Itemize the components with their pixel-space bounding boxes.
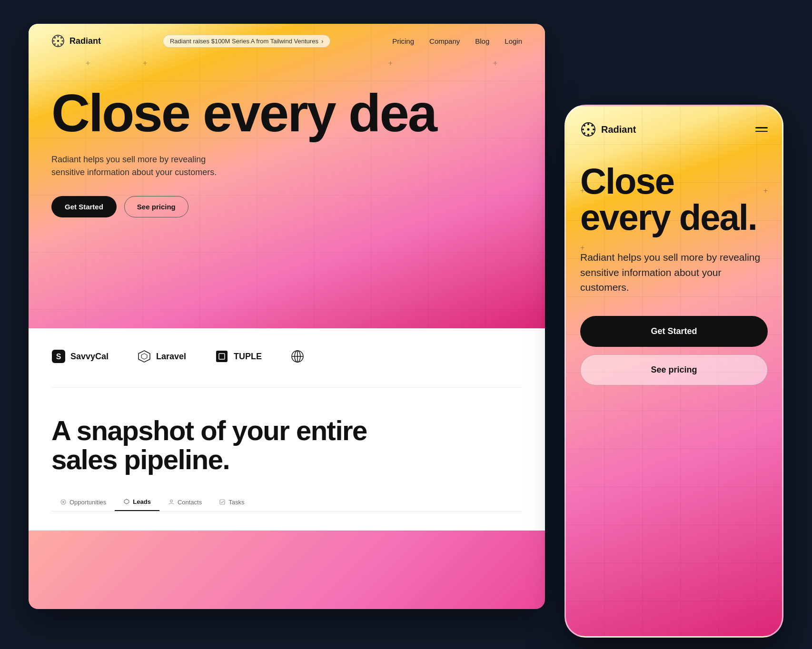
snapshot-headline: A snapshot of your entire sales pipeline… bbox=[51, 416, 522, 474]
nav-login[interactable]: Login bbox=[505, 37, 522, 45]
mobile-hero-headline: Close every deal. bbox=[580, 163, 768, 236]
desktop-hero-buttons: Get Started See pricing bbox=[51, 196, 522, 217]
svg-point-3 bbox=[58, 45, 59, 46]
leads-tab-icon bbox=[123, 498, 130, 505]
desktop-hero-subtitle: Radiant helps you sell more by revealing… bbox=[51, 153, 223, 179]
svg-text:S: S bbox=[56, 353, 61, 361]
nav-announcement-badge[interactable]: Radiant raises $100M Series A from Tailw… bbox=[163, 35, 330, 48]
svg-point-30 bbox=[584, 125, 585, 127]
svg-point-28 bbox=[582, 128, 584, 130]
tab-contacts-label: Contacts bbox=[178, 499, 202, 506]
laravel-icon bbox=[137, 349, 151, 364]
contacts-tab-icon bbox=[168, 499, 175, 505]
svg-point-21 bbox=[62, 501, 64, 503]
svg-point-27 bbox=[587, 134, 589, 136]
menu-bar-1 bbox=[755, 127, 768, 128]
desktop-hero-headline: Close every dea bbox=[51, 87, 522, 140]
mobile-hero-content: Close every deal. Radiant helps you sell… bbox=[566, 149, 782, 404]
svg-point-26 bbox=[587, 123, 589, 125]
mobile-menu-button[interactable] bbox=[755, 127, 768, 132]
svg-rect-14 bbox=[216, 351, 228, 362]
svg-point-9 bbox=[60, 43, 62, 45]
svg-marker-13 bbox=[141, 354, 147, 359]
logo-extra bbox=[290, 349, 305, 364]
mobile-get-started-button[interactable]: Get Started bbox=[580, 316, 768, 347]
tab-leads-label: Leads bbox=[133, 498, 151, 505]
mobile-logo-text: Radiant bbox=[601, 124, 636, 135]
badge-arrow: › bbox=[321, 38, 323, 45]
desktop-window: + + + + + bbox=[29, 24, 545, 609]
desktop-hero-content: Close every dea Radiant helps you sell m… bbox=[29, 58, 545, 240]
tasks-tab-icon bbox=[219, 499, 226, 505]
opportunities-tab-icon bbox=[60, 499, 67, 505]
mobile-hero-subtitle: Radiant helps you sell more by revealing… bbox=[580, 250, 768, 295]
tab-tasks-label: Tasks bbox=[228, 499, 244, 506]
badge-text: Radiant raises $100M Series A from Tailw… bbox=[170, 38, 318, 45]
svg-point-29 bbox=[593, 128, 594, 130]
svg-rect-23 bbox=[220, 500, 225, 504]
extra-logo-icon bbox=[290, 349, 305, 364]
svg-point-33 bbox=[591, 132, 593, 134]
subtitle-line1: Radiant helps you sell more by revealing bbox=[51, 155, 206, 164]
tuple-text: TUPLE bbox=[234, 352, 262, 362]
tab-tasks[interactable]: Tasks bbox=[210, 493, 253, 511]
svg-point-5 bbox=[62, 40, 63, 42]
savvycal-text: SavvyCal bbox=[70, 352, 109, 362]
mobile-window: + + + Radiant bbox=[564, 105, 783, 638]
nav-pricing[interactable]: Pricing bbox=[392, 37, 414, 45]
snapshot-section: A snapshot of your entire sales pipeline… bbox=[51, 388, 522, 531]
logo-tuple: TUPLE bbox=[215, 349, 262, 364]
mobile-see-pricing-button[interactable]: See pricing bbox=[580, 354, 768, 385]
svg-point-6 bbox=[54, 37, 56, 39]
tab-contacts[interactable]: Contacts bbox=[159, 493, 210, 511]
savvycal-icon: S bbox=[51, 349, 66, 364]
svg-point-4 bbox=[53, 40, 55, 42]
mobile-logo: Radiant bbox=[580, 121, 636, 138]
mobile-logo-icon bbox=[580, 121, 596, 138]
subtitle-line2: sensitive information about your custome… bbox=[51, 167, 217, 177]
logo-savvycal: S SavvyCal bbox=[51, 349, 109, 364]
nav-company[interactable]: Company bbox=[429, 37, 460, 45]
nav-links: Pricing Company Blog Login bbox=[392, 37, 522, 45]
desktop-hero-section: + + + + + bbox=[29, 24, 545, 328]
svg-point-32 bbox=[584, 132, 585, 134]
mobile-nav: Radiant bbox=[566, 106, 782, 149]
pipeline-tabs: Opportunities Leads Contacts bbox=[51, 493, 522, 511]
desktop-nav: Radiant Radiant raises $100M Series A fr… bbox=[29, 24, 545, 58]
tab-leads[interactable]: Leads bbox=[115, 493, 159, 511]
svg-marker-12 bbox=[139, 351, 150, 362]
mobile-headline-line1: Close bbox=[580, 161, 674, 201]
mobile-headline-line2: every deal. bbox=[580, 197, 757, 237]
snapshot-headline-line1: A snapshot of your entire bbox=[51, 415, 367, 446]
svg-point-2 bbox=[58, 36, 59, 38]
desktop-see-pricing-button[interactable]: See pricing bbox=[124, 196, 188, 217]
svg-point-1 bbox=[57, 40, 59, 42]
nav-logo-text: Radiant bbox=[69, 36, 101, 46]
svg-point-25 bbox=[587, 128, 590, 131]
nav-logo: Radiant bbox=[51, 34, 101, 48]
svg-point-8 bbox=[54, 43, 56, 45]
desktop-get-started-button[interactable]: Get Started bbox=[51, 196, 117, 217]
logo-laravel: Laravel bbox=[137, 349, 186, 364]
tab-opportunities[interactable]: Opportunities bbox=[51, 493, 115, 511]
tuple-icon bbox=[215, 349, 229, 364]
menu-bar-2 bbox=[755, 131, 768, 132]
logo-icon bbox=[51, 34, 65, 48]
laravel-text: Laravel bbox=[156, 352, 186, 362]
svg-point-22 bbox=[170, 500, 172, 502]
svg-point-31 bbox=[591, 125, 593, 127]
desktop-below-hero: S SavvyCal Laravel bbox=[29, 328, 545, 531]
tab-opportunities-label: Opportunities bbox=[69, 499, 106, 506]
logos-bar: S SavvyCal Laravel bbox=[51, 328, 522, 388]
nav-blog[interactable]: Blog bbox=[475, 37, 489, 45]
svg-point-7 bbox=[60, 37, 62, 39]
snapshot-headline-line2: sales pipeline. bbox=[51, 444, 229, 475]
